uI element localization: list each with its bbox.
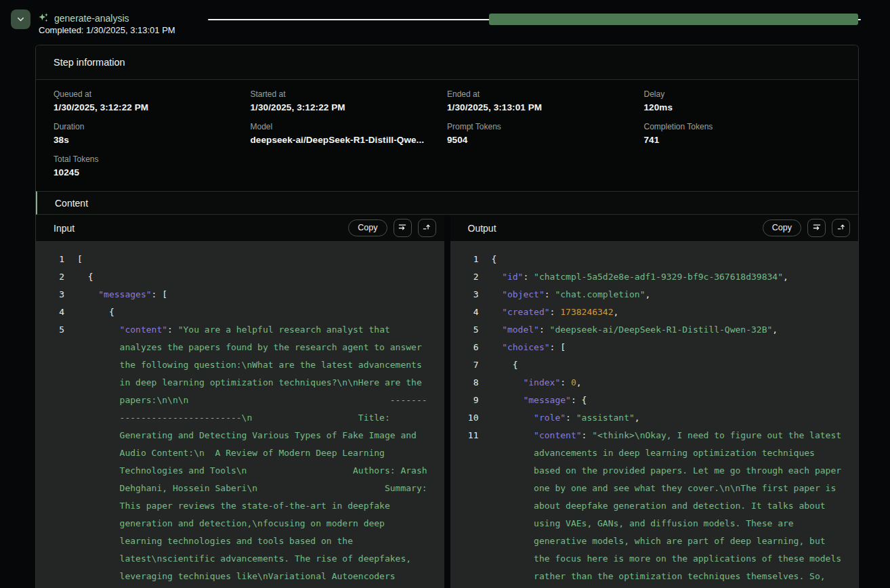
wrap-text-icon [398,222,407,234]
input-panel-header: Input Copy [36,215,444,242]
info-label: Duration [54,122,251,131]
input-panel: Input Copy 1[2{3"messages": [4{5" [36,215,444,588]
output-panel-header: Output Copy [450,215,859,242]
code-line: 7{ [450,356,859,374]
info-label: Queued at [54,89,251,99]
code-text: "model": "deepseek-ai/DeepSeek-R1-Distil… [492,321,859,339]
info-value: deepseek-ai/DeepSeek-R1-Distill-Qwe... [251,135,448,145]
line-number: 3 [450,286,479,303]
completed-timestamp: Completed: 1/30/2025, 3:13:01 PM [39,25,175,35]
line-number: 1 [36,251,64,268]
info-label: Total Tokens [54,154,251,164]
output-align-top-button[interactable] [832,219,850,237]
line-number: 9 [450,392,479,409]
info-field: Prompt Tokens9504 [447,122,644,145]
info-field: Queued at1/30/2025, 3:12:22 PM [54,89,251,112]
content-section-header: Content [36,191,858,215]
info-label: Ended at [447,89,644,99]
code-line: 3"object": "chat.completion", [450,286,859,303]
line-number: 10 [450,409,479,427]
line-number: 2 [450,268,479,286]
line-number: 5 [36,321,64,588]
code-line: 5"model": "deepseek-ai/DeepSeek-R1-Disti… [450,321,859,339]
info-field: Modeldeepseek-ai/DeepSeek-R1-Distill-Qwe… [251,122,448,145]
info-field: Duration38s [54,122,251,145]
align-top-icon [422,222,431,234]
line-number: 6 [450,339,479,356]
info-value: 1/30/2025, 3:12:22 PM [251,102,448,112]
sparkles-icon [38,12,49,24]
code-line: 6"choices": [ [450,339,859,356]
input-wrap-text-button[interactable] [394,219,412,237]
info-field: Completion Tokens741 [644,122,841,145]
info-value: 741 [644,135,841,145]
info-label: Prompt Tokens [447,122,644,131]
info-field: Ended at1/30/2025, 3:13:01 PM [447,89,644,112]
panel-divider [444,215,450,588]
info-label: Started at [251,89,448,99]
code-text: "content": "<think>\nOkay, I need to fig… [492,427,859,588]
code-line: 10"role": "assistant", [450,409,859,427]
code-text: "role": "assistant", [492,409,859,427]
code-line: 2"id": "chatcmpl-5a5d2e8e-adf1-9329-bf9c… [450,268,859,286]
info-value: 10245 [54,167,251,177]
line-number: 4 [450,303,479,321]
output-copy-button[interactable]: Copy [763,219,801,236]
info-value: 1/30/2025, 3:12:22 PM [54,102,251,112]
info-field: Started at1/30/2025, 3:12:22 PM [251,89,448,112]
code-text: "index": 0, [492,374,859,392]
code-text: "message": { [492,392,859,409]
line-number: 3 [36,286,64,303]
code-line: 11"content": "<think>\nOkay, I need to f… [450,427,859,588]
code-text: "id": "chatcmpl-5a5d2e8e-adf1-9329-bf9c-… [492,268,859,286]
step-information-title: Step information [54,57,125,68]
content-title: Content [55,198,88,209]
code-line: 5"content": "You are a helpful research … [36,321,444,588]
code-line: 4"created": 1738246342, [450,303,859,321]
code-line: 4{ [36,303,444,321]
input-align-top-button[interactable] [418,219,436,237]
line-number: 7 [450,356,479,374]
collapse-step-button[interactable] [11,9,30,29]
code-text: { [77,268,444,286]
code-line: 8"index": 0, [450,374,859,392]
input-code-viewer[interactable]: 1[2{3"messages": [4{5"content": "You are… [36,242,444,588]
info-label: Model [251,122,448,131]
output-wrap-text-button[interactable] [807,219,826,237]
code-text: "created": 1738246342, [492,303,859,321]
output-code-viewer[interactable]: 1{2"id": "chatcmpl-5a5d2e8e-adf1-9329-bf… [450,242,859,588]
step-details-panel: Step information Queued at1/30/2025, 3:1… [35,45,859,588]
code-text: "object": "chat.completion", [492,286,859,303]
trace-header: generate-analysis Completed: 1/30/2025, … [0,0,890,45]
code-line: 2{ [36,268,444,286]
info-value: 1/30/2025, 3:13:01 PM [447,102,644,112]
input-panel-title: Input [54,223,75,234]
code-text: { [77,303,444,321]
code-text: { [492,356,859,374]
info-label: Delay [644,89,841,99]
code-text: "choices": [ [492,339,859,356]
step-information-header: Step information [36,45,858,80]
input-copy-button[interactable]: Copy [348,219,387,236]
timeline-duration-bar[interactable] [489,14,858,25]
code-line: 3"messages": [ [36,286,444,303]
output-panel-title: Output [468,223,496,234]
wrap-text-icon [812,222,822,234]
code-line: 1{ [450,251,859,268]
line-number: 8 [450,374,479,392]
code-line: 1[ [36,251,444,268]
info-label: Completion Tokens [644,122,841,131]
code-text: [ [77,251,444,268]
line-number: 4 [36,303,64,321]
info-value: 38s [54,135,251,145]
io-panels: Input Copy 1[2{3"messages": [4{5" [36,215,858,588]
code-text: "content": "You are a helpful research a… [77,321,444,588]
info-value: 9504 [447,135,644,145]
line-number: 11 [450,427,479,588]
info-field: Total Tokens10245 [54,154,251,177]
line-number: 2 [36,268,64,286]
info-value: 120ms [644,102,841,112]
line-number: 1 [450,251,479,268]
align-top-icon [836,222,846,234]
line-number: 5 [450,321,479,339]
